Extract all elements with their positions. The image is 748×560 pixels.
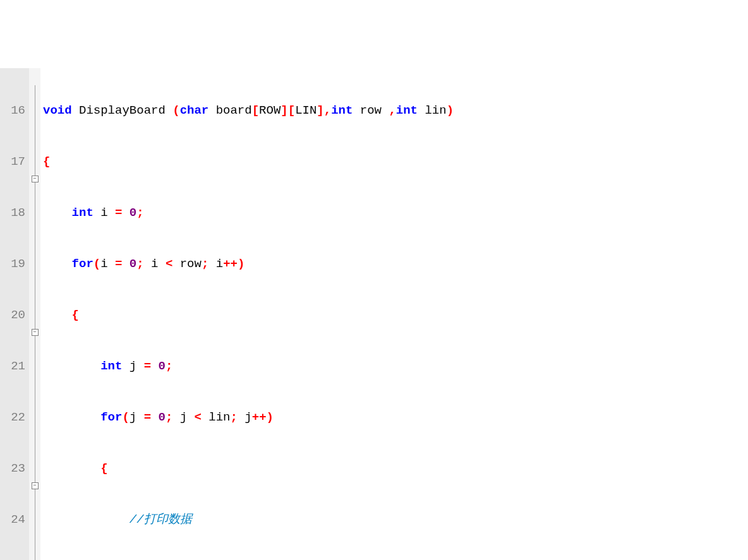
- code-editor: 16 17 18 19 20 21 22 23 24 25 26 27 28 2…: [0, 68, 748, 560]
- fold-toggle-icon[interactable]: −: [32, 482, 39, 489]
- code-line[interactable]: void DisplayBoard (char board[ROW][LIN],…: [40, 102, 748, 119]
- fold-toggle-icon[interactable]: −: [32, 176, 39, 182]
- code-line[interactable]: for(i = 0; i < row; i++): [40, 256, 748, 273]
- fold-column: − − − − − − −: [29, 68, 40, 560]
- line-number: 18: [0, 205, 25, 222]
- code-line[interactable]: int i = 0;: [40, 205, 748, 222]
- code-line[interactable]: {: [40, 460, 748, 477]
- line-number: 22: [0, 409, 25, 426]
- code-line[interactable]: int j = 0;: [40, 358, 748, 375]
- code-area[interactable]: void DisplayBoard (char board[ROW][LIN],…: [40, 68, 748, 560]
- fold-toggle-icon[interactable]: −: [32, 329, 39, 336]
- code-line[interactable]: for(j = 0; j < lin; j++): [40, 409, 748, 426]
- code-line[interactable]: //打印数据: [40, 511, 748, 528]
- line-number: 21: [0, 358, 25, 375]
- line-number-gutter: 16 17 18 19 20 21 22 23 24 25 26 27 28 2…: [0, 68, 29, 560]
- line-number: 20: [0, 307, 25, 324]
- code-line[interactable]: {: [40, 153, 748, 170]
- line-number: 17: [0, 153, 25, 170]
- line-number: 24: [0, 511, 25, 528]
- line-number: 19: [0, 256, 25, 273]
- line-number: 16: [0, 102, 25, 119]
- code-line[interactable]: {: [40, 307, 748, 324]
- line-number: 23: [0, 460, 25, 477]
